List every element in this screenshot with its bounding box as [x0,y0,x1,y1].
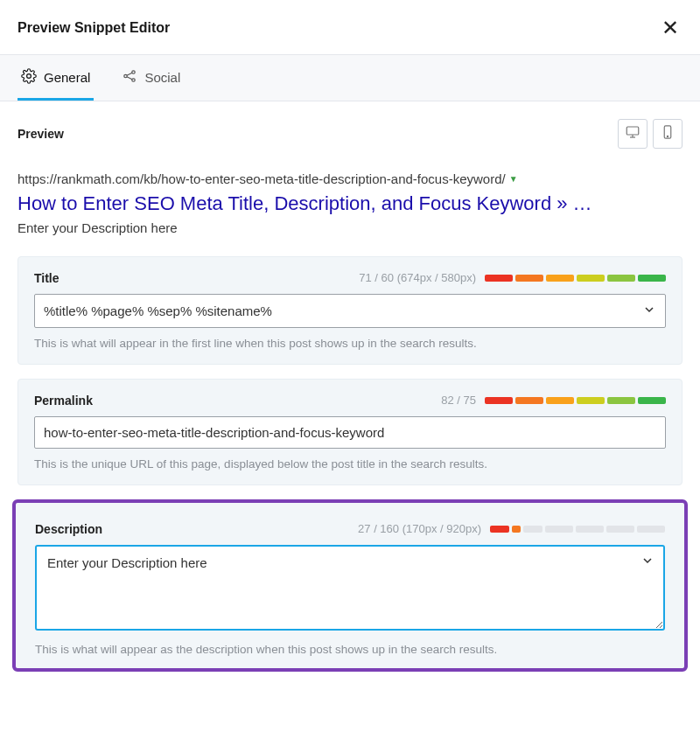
permalink-panel: Permalink 82 / 75 This is the unique URL… [18,379,682,485]
preview-label: Preview [18,127,64,141]
chevron-down-icon [640,555,654,570]
tab-social[interactable]: Social [118,55,184,101]
title-score-bar [485,275,666,282]
svg-point-3 [132,79,135,81]
permalink-label: Permalink [34,394,93,408]
title-panel: Title 71 / 60 (674px / 580px) This is wh… [18,256,682,365]
svg-point-10 [667,136,668,136]
title-helper: This is what will appear in the first li… [34,337,666,350]
tab-label: General [44,70,90,85]
dropdown-caret-icon[interactable]: ▼ [509,174,518,184]
mobile-icon [660,124,676,143]
permalink-counter: 82 / 75 [441,394,485,407]
tab-general[interactable]: General [18,55,94,101]
description-textarea[interactable] [35,545,665,631]
title-input-row[interactable] [34,294,666,328]
tab-bar: General Social [0,54,700,101]
svg-line-5 [127,77,132,80]
panel-header: Permalink 82 / 75 [34,394,666,408]
description-counter: 27 / 160 (170px / 920px) [358,522,490,535]
desktop-view-button[interactable] [618,119,648,149]
permalink-input-row[interactable] [34,416,666,449]
panel-header: Description 27 / 160 (170px / 920px) [35,522,665,536]
permalink-helper: This is the unique URL of this page, dis… [34,457,666,471]
desktop-icon [625,124,640,143]
title-expand-button[interactable] [642,303,656,319]
description-score-bar [490,526,665,533]
chevron-down-icon [642,304,656,319]
gear-icon [21,68,37,87]
description-label: Description [35,522,102,536]
permalink-score-bar [485,397,666,404]
panel-header: Title 71 / 60 (674px / 580px) [34,271,666,285]
mobile-view-button[interactable] [653,119,682,149]
svg-point-1 [124,74,127,77]
title-counter: 71 / 60 (674px / 580px) [359,271,485,284]
svg-point-2 [132,71,135,73]
serp-title: How to Enter SEO Meta Title, Description… [18,192,682,217]
title-label: Title [34,271,60,285]
description-helper: This is what will appear as the descript… [35,643,665,656]
description-textarea-wrap [35,545,665,634]
description-expand-button[interactable] [640,554,654,571]
title-input[interactable] [44,303,642,318]
svg-point-0 [27,74,32,79]
serp-url-text: https://rankmath.com/kb/how-to-enter-seo… [18,171,506,186]
content-area: Preview https://rankmath.com/kb/how-to-e… [0,101,700,689]
serp-url: https://rankmath.com/kb/how-to-enter-seo… [18,171,682,186]
preview-header: Preview [18,119,682,149]
modal-title: Preview Snippet Editor [18,20,170,36]
modal-header: Preview Snippet Editor ✕ [0,0,700,54]
permalink-input[interactable] [44,425,656,440]
device-toggle [618,119,682,149]
tab-label: Social [144,70,180,85]
svg-rect-6 [626,127,639,135]
close-button[interactable]: ✕ [658,14,682,42]
share-icon [122,68,137,87]
close-icon: ✕ [662,16,679,39]
svg-line-4 [127,73,132,75]
serp-description: Enter your Description here [18,220,682,235]
description-panel: Description 27 / 160 (170px / 920px) Thi… [12,499,688,672]
